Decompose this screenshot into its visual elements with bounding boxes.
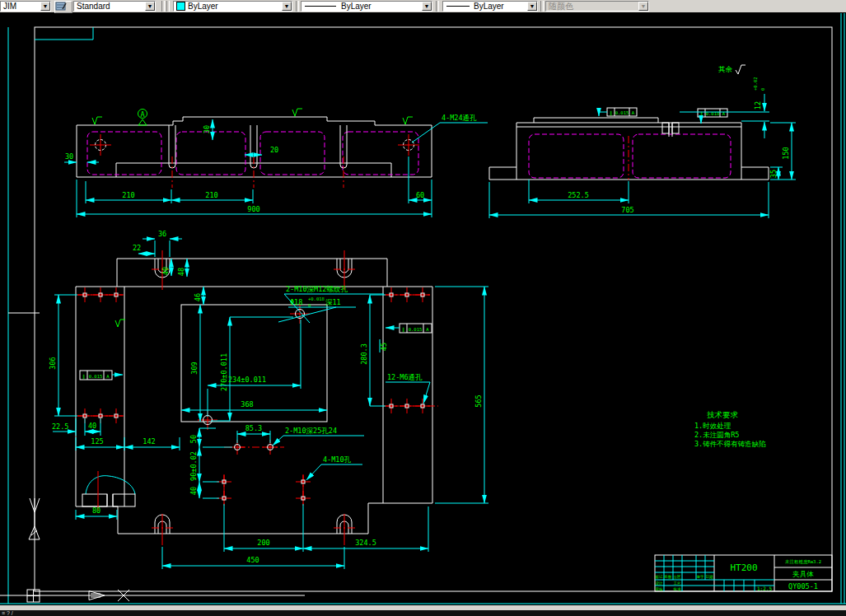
tb-lbl-date: 日期 xyxy=(706,575,714,579)
dim-200: 200 xyxy=(257,539,269,547)
tech-title: 技术要求 xyxy=(707,410,739,419)
plotstyle-combo: 随颜色 ▼ xyxy=(545,1,649,12)
dim-style-value: JIM xyxy=(1,2,40,11)
lineweight-glyph xyxy=(446,6,470,7)
tb-lbl-zone: 分区 xyxy=(674,574,682,579)
lineweight-combo[interactable]: ByLayer ▼ xyxy=(442,1,538,12)
dim-40a: 40 xyxy=(88,422,96,430)
tb-part-name: 夹具体 xyxy=(792,570,814,578)
dim-252: 252.5 xyxy=(568,191,589,199)
toolbar-separator xyxy=(166,1,170,12)
dim-48: 48 xyxy=(177,268,185,276)
dim-309: 309 xyxy=(190,362,199,374)
chevron-down-icon[interactable]: ▼ xyxy=(40,2,50,11)
leader-text: 12-M6通孔 xyxy=(387,373,423,381)
dim-142: 142 xyxy=(143,437,155,446)
dim-36: 36 xyxy=(158,230,166,238)
dim-90: 90±0.02 xyxy=(189,451,198,481)
leader-tol-up: +0.018 xyxy=(308,296,325,301)
tb-lbl-check: 审核 xyxy=(656,587,664,591)
dim-12: 12 xyxy=(754,101,762,110)
chevron-down-icon[interactable]: ▼ xyxy=(282,2,292,11)
status-left-text: ≡ ? / xyxy=(2,610,13,616)
lineweight-value: ByLayer xyxy=(470,2,527,11)
status-bottom: ≡ ? / xyxy=(0,610,846,616)
dim-22: 22 xyxy=(133,244,141,252)
dim-210b: 210 xyxy=(205,191,217,199)
tb-lbl-sign: 签字 xyxy=(697,575,705,579)
tb-lbl-design: 设计 xyxy=(656,581,664,586)
tb-scale: 1:2.5 xyxy=(757,586,772,591)
color-combo[interactable]: ByLayer ▼ xyxy=(173,1,292,12)
tb-drawing-no: QY005-1 xyxy=(788,582,818,590)
style-manager-button[interactable] xyxy=(54,1,72,13)
leader-4-m24-text: 4-M24通孔 xyxy=(442,114,477,122)
drawing-canvas[interactable]: A 210 210 60 900 30 30 20 xyxy=(0,0,846,616)
leader-text: 2-M10深M12螺纹孔 xyxy=(286,285,348,293)
dim-853: 85.3 xyxy=(245,424,262,432)
leader-text: 4-M10孔 xyxy=(323,455,352,464)
tb-lbl-process: 工艺 xyxy=(674,581,682,586)
dim-306: 306 xyxy=(49,357,57,369)
dim-3245: 324.5 xyxy=(355,539,376,547)
dim-12-low: 0 xyxy=(760,88,765,91)
tech-item-2: 2.未注圆角R5 xyxy=(694,431,739,439)
tb-material: HT200 xyxy=(730,562,757,573)
tb-lbl-mark: 标记 xyxy=(655,574,664,580)
chevron-down-icon[interactable]: ▼ xyxy=(422,2,432,11)
cad-window: JIM ▼ Standard ▼ ByLayer ▼ ByLayer ▼ xyxy=(0,0,846,616)
linetype-value: ByLayer xyxy=(336,2,422,11)
dim-900: 900 xyxy=(247,205,259,213)
dim-450: 450 xyxy=(246,556,259,564)
chevron-down-icon: ▼ xyxy=(638,2,648,11)
color-value: ByLayer xyxy=(185,2,282,11)
dim-46: 46 xyxy=(194,293,202,301)
linetype-glyph xyxy=(305,6,336,7)
dim-125: 125 xyxy=(91,437,103,446)
dim-40b: 40 xyxy=(189,487,198,495)
dim-40t: 40 xyxy=(161,267,170,275)
tech-item-3: 3.铸件不得有铸造缺陷 xyxy=(694,440,766,448)
tol-val: 0.015 xyxy=(89,374,103,379)
dim-30-top: 30 xyxy=(203,125,211,133)
dim-12-up: +0.02 xyxy=(753,77,758,91)
dim-368: 368 xyxy=(241,400,253,408)
dim-50: 50 xyxy=(189,435,198,443)
text-style-value: Standard xyxy=(74,2,145,11)
dim-35: 35 xyxy=(769,170,778,178)
dim-705: 705 xyxy=(621,206,633,214)
dim-60: 60 xyxy=(416,191,424,199)
tb-note: 未注粗糙度Ra3.2 xyxy=(785,559,821,565)
properties-toolbar: JIM ▼ Standard ▼ ByLayer ▼ ByLayer ▼ xyxy=(0,0,846,13)
dim-150: 150 xyxy=(782,147,790,159)
chevron-down-icon[interactable]: ▼ xyxy=(145,2,155,11)
leader-suffix: 深11 xyxy=(325,298,341,306)
leader-text: 2-M10深25孔24 xyxy=(285,427,337,435)
chevron-down-icon[interactable]: ▼ xyxy=(527,2,537,11)
dim-210a: 210 xyxy=(122,191,134,199)
toolbar-separator xyxy=(436,1,439,12)
linetype-combo[interactable]: ByLayer ▼ xyxy=(301,1,432,12)
dim-565: 565 xyxy=(474,394,483,407)
tb-lbl-approve: 批准 xyxy=(673,587,682,591)
dim-234: 234±0.011 xyxy=(228,376,266,384)
toolbar-separator xyxy=(540,1,544,12)
dim-280: 280.3 xyxy=(360,343,368,365)
dim-style-combo[interactable]: JIM ▼ xyxy=(0,1,51,12)
tol-sym: ∥ xyxy=(402,327,404,333)
tol-val: 0.015 xyxy=(615,110,629,115)
plotstyle-value: 随颜色 xyxy=(546,1,638,12)
tol-sym: ∥ xyxy=(610,110,612,116)
dim-20: 20 xyxy=(270,146,278,154)
tech-item-1: 1.时效处理 xyxy=(694,422,731,430)
dim-45: 45 xyxy=(380,343,388,351)
style-manager-icon xyxy=(55,2,67,11)
dim-225: 22.5 xyxy=(52,422,68,431)
datum-label: A xyxy=(140,110,144,119)
tol-sym: ∥ xyxy=(82,374,85,380)
dim-80: 80 xyxy=(92,506,100,515)
dim-30-left: 30 xyxy=(65,152,73,161)
surface-note-text: 其余 xyxy=(718,65,733,73)
text-style-combo[interactable]: Standard ▼ xyxy=(73,1,156,12)
toolbar-separator xyxy=(161,1,165,12)
